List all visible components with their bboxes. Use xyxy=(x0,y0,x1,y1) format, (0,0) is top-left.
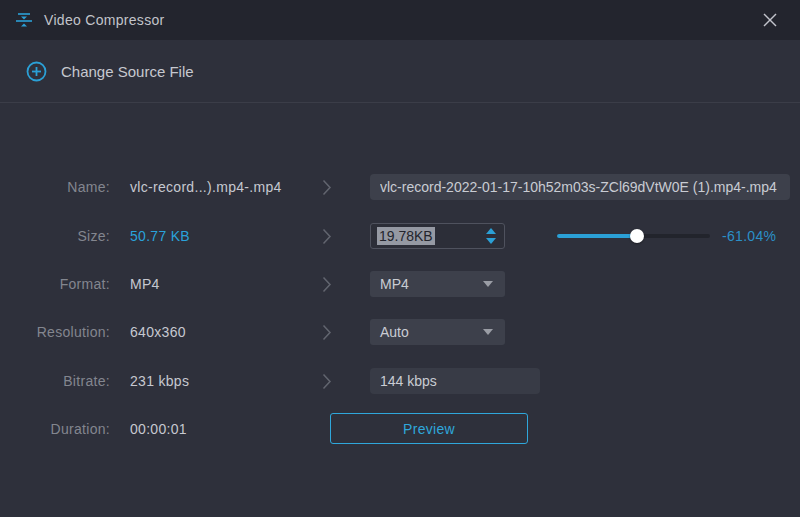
size-label: Size: xyxy=(0,221,110,251)
duration-value: 00:00:01 xyxy=(130,414,187,444)
format-value: MP4 xyxy=(130,269,160,299)
size-slider[interactable] xyxy=(557,221,710,251)
resolution-dropdown[interactable]: Auto xyxy=(370,319,505,345)
resolution-label: Resolution: xyxy=(0,317,110,347)
change-source-file-button[interactable]: Change Source File xyxy=(61,63,194,80)
size-slider-thumb[interactable] xyxy=(630,229,644,243)
chevron-right-icon xyxy=(322,228,332,249)
close-button[interactable] xyxy=(752,0,788,40)
format-dropdown-selected: MP4 xyxy=(380,276,409,292)
size-input[interactable]: 19.78KB xyxy=(370,223,505,249)
window-title: Video Compressor xyxy=(44,12,164,28)
size-row: Size: 50.77 KB 19.78KB -61.04% xyxy=(0,221,800,251)
format-label: Format: xyxy=(0,269,110,299)
change-source-row: Change Source File xyxy=(0,40,800,103)
dropdown-arrow-icon xyxy=(483,329,493,335)
duration-row: Duration: 00:00:01 Preview xyxy=(0,414,800,444)
resolution-value: 640x360 xyxy=(130,317,186,347)
size-slider-fill xyxy=(557,234,637,238)
chevron-right-icon xyxy=(322,324,332,345)
duration-label: Duration: xyxy=(0,414,110,444)
bitrate-row: Bitrate: 231 kbps xyxy=(0,366,800,396)
bitrate-value: 231 kbps xyxy=(130,366,189,396)
add-circle-icon[interactable] xyxy=(26,61,47,82)
name-value: vlc-record...).mp4-.mp4 xyxy=(130,172,282,202)
format-row: Format: MP4 MP4 xyxy=(0,269,800,299)
spinner-up-icon[interactable] xyxy=(486,228,496,234)
size-input-selected-text: 19.78KB xyxy=(377,227,435,245)
chevron-right-icon xyxy=(322,373,332,394)
preview-button[interactable]: Preview xyxy=(330,413,528,444)
size-value: 50.77 KB xyxy=(130,221,190,251)
name-row: Name: vlc-record...).mp4-.mp4 xyxy=(0,172,800,202)
chevron-right-icon xyxy=(322,179,332,200)
size-reduction-percent: -61.04% xyxy=(722,221,776,251)
spinner-down-icon[interactable] xyxy=(486,238,496,244)
compress-icon xyxy=(14,10,34,30)
name-input[interactable] xyxy=(370,174,790,200)
title-bar: Video Compressor xyxy=(0,0,800,40)
name-label: Name: xyxy=(0,172,110,202)
bitrate-input[interactable] xyxy=(370,368,540,394)
dropdown-arrow-icon xyxy=(483,281,493,287)
resolution-dropdown-selected: Auto xyxy=(380,324,409,340)
bitrate-label: Bitrate: xyxy=(0,366,110,396)
chevron-right-icon xyxy=(322,276,332,297)
resolution-row: Resolution: 640x360 Auto xyxy=(0,317,800,347)
size-spinner xyxy=(486,224,496,248)
format-dropdown[interactable]: MP4 xyxy=(370,271,505,297)
